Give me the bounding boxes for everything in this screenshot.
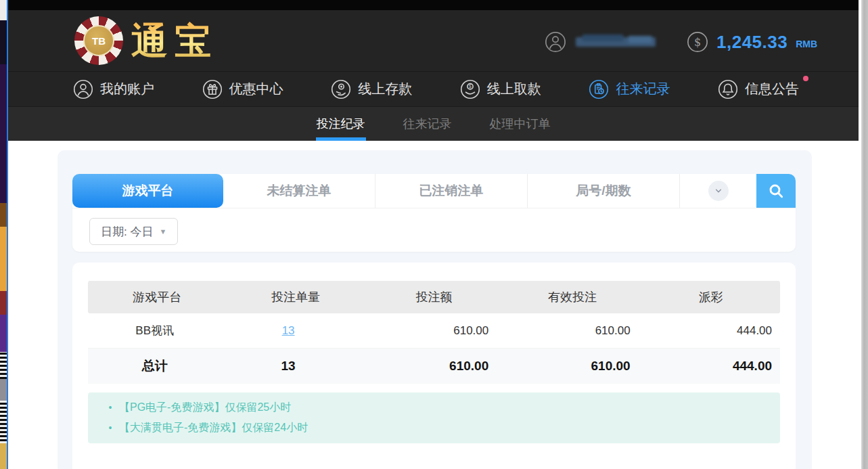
notice-line: • 【大满贯电子-免费游戏】仅保留24小时 <box>101 418 767 438</box>
filter-tab-round-number[interactable]: 局号/期数 <box>528 174 680 208</box>
notice-text: 【PG电子-免费游戏】仅保留25小时 <box>119 397 291 417</box>
total-valid-bets: 610.00 <box>497 359 638 374</box>
nav-label: 优惠中心 <box>229 80 283 98</box>
notice-text: 【大满贯电子-免费游戏】仅保留24小时 <box>119 418 308 437</box>
nav-label: 线上存款 <box>358 80 412 98</box>
bell-icon <box>718 79 738 99</box>
gift-icon <box>202 79 223 99</box>
nav-label: 我的账户 <box>100 80 154 98</box>
nav-item-announcements[interactable]: 信息公告 <box>718 79 799 99</box>
scrollbar[interactable] <box>861 0 868 469</box>
search-icon <box>767 182 785 200</box>
dollar-coin-icon: $ <box>687 31 708 53</box>
total-bet-amount: 610.00 <box>355 359 497 374</box>
filter-tab-row: 游戏平台 未结算注单 已注销注单 局号/期数 <box>72 174 796 208</box>
notice-box: • 【PG电子-免费游戏】仅保留25小时 • 【大满贯电子-免费游戏】仅保留24… <box>88 393 780 443</box>
nav-item-my-account[interactable]: 我的账户 <box>73 79 154 99</box>
tab-transaction-records[interactable]: 往来记录 <box>399 107 456 141</box>
date-filter-label: 日期: 今日 <box>101 224 153 240</box>
background-window-sliver <box>0 0 7 469</box>
col-header-bet-amount: 投注额 <box>365 289 503 305</box>
balance[interactable]: $ 1,245.33 RMB <box>687 30 817 53</box>
total-label: 总计 <box>88 357 221 375</box>
person-icon <box>73 79 93 99</box>
tab-betting-records[interactable]: 投注纪录 <box>313 107 369 141</box>
subnav-tab-label: 投注纪录 <box>317 117 365 131</box>
svg-text:$: $ <box>694 36 701 49</box>
filter-tab-cancelled-bets[interactable]: 已注销注单 <box>375 174 528 208</box>
cell-bet-amount: 610.00 <box>355 324 497 338</box>
date-filter-row: 日期: 今日 ▼ <box>72 208 796 245</box>
deposit-coin-hand-icon <box>331 79 351 99</box>
total-bet-count: 13 <box>221 359 355 374</box>
col-header-game-platform: 游戏平台 <box>88 289 227 305</box>
filter-tab-game-platform[interactable]: 游戏平台 <box>72 174 223 208</box>
col-header-valid-bets: 有效投注 <box>503 289 642 305</box>
table-total-row: 总计 13 610.00 610.00 444.00 <box>88 349 780 384</box>
logo-text: 通宝 <box>131 16 218 65</box>
sub-nav: 投注纪录 往来记录 处理中订单 <box>8 107 859 141</box>
search-button[interactable] <box>756 174 796 208</box>
date-filter-dropdown[interactable]: 日期: 今日 ▼ <box>89 218 178 245</box>
col-header-bet-count: 投注单量 <box>227 289 365 305</box>
notice-line: • 【PG电子-免费游戏】仅保留25小时 <box>101 397 767 418</box>
nav-label: 往来记录 <box>616 80 670 98</box>
caret-down-icon: ▼ <box>159 227 166 236</box>
tab-processing-orders[interactable]: 处理中订单 <box>486 107 555 141</box>
bullet-icon: • <box>101 398 119 418</box>
cell-platform: BB视讯 <box>88 323 221 338</box>
logo-badge: TB <box>83 25 114 56</box>
nav-label: 线上取款 <box>487 80 541 98</box>
notification-dot <box>803 76 808 81</box>
bullet-icon: • <box>101 418 119 438</box>
cell-payout: 444.00 <box>639 324 780 338</box>
casino-chip-logo-icon: TB <box>74 16 123 65</box>
top-black-bar <box>8 0 859 10</box>
total-payout: 444.00 <box>639 359 780 374</box>
balance-amount: 1,245.33 <box>716 32 787 53</box>
filter-card: 游戏平台 未结算注单 已注销注单 局号/期数 <box>72 174 796 252</box>
chevron-circle <box>708 181 729 201</box>
username-redacted <box>576 35 658 49</box>
table-row: BB视讯 13 610.00 610.00 444.00 <box>88 313 780 349</box>
nav-item-online-withdrawal[interactable]: $ 线上取款 <box>460 79 541 99</box>
nav-item-promotions[interactable]: 优惠中心 <box>202 79 283 99</box>
col-header-payout: 派彩 <box>641 289 780 305</box>
user-avatar-icon <box>545 31 566 53</box>
balance-currency: RMB <box>796 39 817 49</box>
records-clipboard-clock-icon <box>589 79 609 99</box>
svg-text:$: $ <box>468 83 472 89</box>
filter-tab-unsettled-bets[interactable]: 未结算注单 <box>223 174 375 208</box>
nav-item-online-deposit[interactable]: 线上存款 <box>331 79 412 99</box>
user-account[interactable] <box>545 30 658 53</box>
page-root: TB 通宝 $ 1,245.33 RMB <box>0 0 868 469</box>
cell-bet-count: 13 <box>221 324 355 338</box>
brand-logo[interactable]: TB 通宝 <box>74 16 218 66</box>
main-nav: 我的账户 优惠中心 线上存款 $ <box>8 71 859 107</box>
subnav-tab-label: 往来记录 <box>403 117 452 131</box>
nav-item-transaction-records[interactable]: 往来记录 <box>589 79 670 99</box>
withdraw-coin-hand-icon: $ <box>460 79 480 99</box>
bet-count-link[interactable]: 13 <box>282 324 295 337</box>
results-card: 游戏平台 投注单量 投注额 有效投注 派彩 BB视讯 13 610.00 610… <box>72 263 796 469</box>
filter-more-dropdown[interactable] <box>680 174 756 208</box>
table-header-row: 游戏平台 投注单量 投注额 有效投注 派彩 <box>88 281 780 313</box>
cell-valid-bets: 610.00 <box>497 324 638 338</box>
site-header: TB 通宝 $ 1,245.33 RMB <box>8 10 859 71</box>
subnav-tab-label: 处理中订单 <box>490 117 551 131</box>
content-panel: 游戏平台 未结算注单 已注销注单 局号/期数 <box>58 150 812 469</box>
chevron-down-icon <box>713 185 724 196</box>
nav-label: 信息公告 <box>745 80 799 98</box>
active-tab-underline <box>316 137 366 141</box>
